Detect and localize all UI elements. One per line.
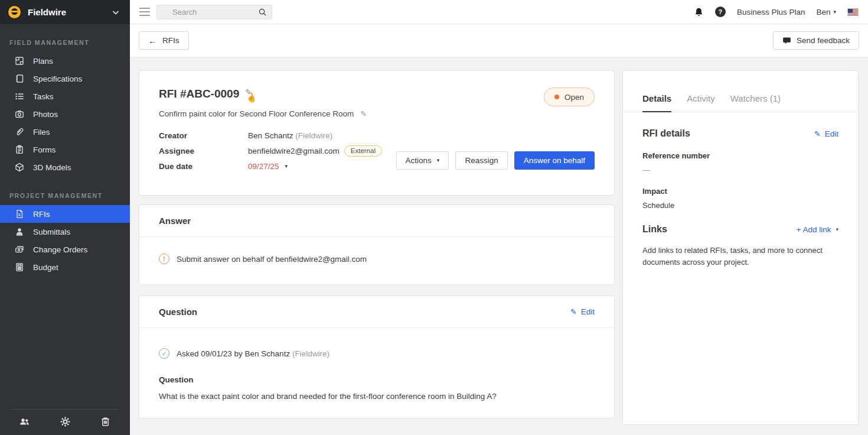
sidebar-item-specifications[interactable]: Specifications <box>0 70 130 87</box>
impact-value: Schedule <box>642 201 838 210</box>
banknotes-icon <box>15 245 24 254</box>
chevron-down-icon[interactable] <box>111 8 120 17</box>
pencil-icon: ✎ <box>814 129 821 138</box>
status-dot-icon <box>554 95 559 99</box>
mouse-cursor-icon: ☝ <box>244 91 258 105</box>
speech-bubble-icon <box>782 37 791 45</box>
rfi-title: RFI #ABC-0009 <box>159 87 239 101</box>
sidebar-item-label: Photos <box>33 110 58 119</box>
add-link-label: + Add link <box>797 225 831 234</box>
field-management-section-label: FIELD MANAGEMENT <box>0 39 130 46</box>
sidebar-item-label: Files <box>33 128 50 137</box>
send-feedback-button[interactable]: Send feedback <box>773 31 859 50</box>
rfi-details-heading: RFI details <box>642 128 690 139</box>
edit-label: Edit <box>581 307 595 316</box>
tasks-icon <box>15 92 24 101</box>
rfi-detail-column: RFI #ABC-0009 ✎ ☝ Open Confirm paint col… <box>139 70 615 418</box>
edit-title-control[interactable]: ✎ ☝ <box>245 89 258 104</box>
rfi-header-card: RFI #ABC-0009 ✎ ☝ Open Confirm paint col… <box>139 70 615 196</box>
sidebar-item-submittals[interactable]: Submittals <box>0 223 130 241</box>
due-date-value[interactable]: 09/27/25 <box>248 162 279 171</box>
add-link-button[interactable]: + Add link ▾ <box>797 225 838 234</box>
notifications-bell-icon[interactable] <box>694 7 704 17</box>
person-stamp-icon <box>15 227 24 236</box>
sidebar-item-files[interactable]: Files <box>0 123 130 141</box>
specifications-icon <box>15 74 24 83</box>
question-card: Question ✎ Edit ✓ Asked 09/01/23 by Ben … <box>139 296 615 418</box>
pencil-icon[interactable]: ✎ <box>360 109 367 118</box>
answer-on-behalf-button[interactable]: Answer on behalf <box>514 151 595 170</box>
sidebar-item-label: Submittals <box>33 228 70 236</box>
caret-down-icon: ▾ <box>437 158 440 163</box>
help-icon[interactable]: ? <box>715 7 726 17</box>
status-label: Open <box>564 93 584 102</box>
links-description: Add links to related RFIs, tasks, and mo… <box>642 245 838 268</box>
caret-down-icon[interactable]: ▾ <box>285 164 288 169</box>
sidebar-item-label: Plans <box>33 57 53 66</box>
sidebar-item-budget[interactable]: Budget <box>0 258 130 276</box>
creator-org: (Fieldwire) <box>295 131 332 140</box>
brand-name: Fieldwire <box>28 7 105 17</box>
hamburger-menu-icon[interactable] <box>139 8 150 16</box>
arrow-left-icon: ← <box>148 36 157 45</box>
sidebar-item-label: Forms <box>33 145 56 154</box>
check-circle-icon: ✓ <box>159 348 169 359</box>
sidebar-item-rfis[interactable]: RFIs <box>0 205 130 223</box>
sidebar: Fieldwire FIELD MANAGEMENT Plans Specifi… <box>0 0 130 435</box>
tab-details[interactable]: Details <box>642 93 671 112</box>
search-icon[interactable] <box>258 8 267 17</box>
plan-badge: Business Plus Plan <box>737 8 805 17</box>
sidebar-item-label: RFIs <box>33 210 50 219</box>
links-heading: Links <box>642 224 667 235</box>
subheader: ← RFIs Send feedback <box>130 24 868 57</box>
status-badge[interactable]: Open <box>544 87 595 106</box>
actions-button[interactable]: Actions ▾ <box>396 151 449 170</box>
reassign-button-label: Reassign <box>465 156 498 165</box>
language-flag-icon[interactable] <box>847 8 859 16</box>
assignee-email: benfieldwire2@gmail.com <box>248 147 340 155</box>
people-icon[interactable] <box>19 416 30 427</box>
actions-button-label: Actions <box>406 156 432 165</box>
rfi-action-buttons: Actions ▾ Reassign Answer on behalf <box>396 151 595 170</box>
tab-activity[interactable]: Activity <box>687 93 715 112</box>
edit-label: Edit <box>825 129 838 138</box>
sidebar-item-change-orders[interactable]: Change Orders <box>0 241 130 258</box>
sidebar-item-forms[interactable]: Forms <box>0 141 130 158</box>
edit-rfi-details-button[interactable]: ✎ Edit <box>814 129 838 138</box>
cube-icon <box>15 163 24 172</box>
details-panel: Details Activity Watchers (1) RFI detail… <box>622 70 859 425</box>
camera-icon <box>15 109 24 119</box>
user-menu[interactable]: Ben ▾ <box>816 8 836 17</box>
trash-icon[interactable] <box>100 416 111 427</box>
sidebar-item-label: Budget <box>33 263 58 272</box>
user-name: Ben <box>816 8 830 17</box>
reassign-button[interactable]: Reassign <box>455 151 507 170</box>
tab-watchers[interactable]: Watchers (1) <box>730 93 781 112</box>
rfi-subtitle: Confirm paint color for Second Floor Con… <box>159 109 354 118</box>
rfi-meta-table: Creator Ben Schantz (Fieldwire) Assignee… <box>159 131 396 171</box>
gear-icon[interactable] <box>60 416 71 427</box>
caret-down-icon: ▾ <box>833 9 836 15</box>
search-box[interactable] <box>156 5 272 20</box>
sidebar-item-label: Specifications <box>33 74 82 83</box>
sidebar-item-plans[interactable]: Plans <box>0 52 130 70</box>
back-button-label: RFIs <box>162 36 180 45</box>
edit-question-button[interactable]: ✎ Edit <box>570 307 595 316</box>
impact-label: Impact <box>642 187 838 196</box>
question-field-label: Question <box>139 359 614 384</box>
answer-notice-text: Submit answer on behalf of benfieldwire2… <box>177 255 367 264</box>
asked-org: (Fieldwire) <box>292 349 329 358</box>
search-input[interactable] <box>172 8 258 17</box>
sidebar-item-3d-models[interactable]: 3D Models <box>0 158 130 176</box>
feedback-button-label: Send feedback <box>797 36 850 45</box>
sidebar-item-label: Change Orders <box>33 245 87 254</box>
project-switcher[interactable]: Fieldwire <box>0 0 130 24</box>
app-window: Fieldwire FIELD MANAGEMENT Plans Specifi… <box>0 0 868 435</box>
answer-heading: Answer <box>159 216 191 226</box>
asked-text: Asked 09/01/23 by Ben Schantz <box>177 349 290 358</box>
sidebar-item-tasks[interactable]: Tasks <box>0 87 130 105</box>
sidebar-item-photos[interactable]: Photos <box>0 105 130 123</box>
creator-label: Creator <box>159 131 248 140</box>
question-heading: Question <box>159 307 197 317</box>
back-to-rfis-button[interactable]: ← RFIs <box>139 31 189 50</box>
